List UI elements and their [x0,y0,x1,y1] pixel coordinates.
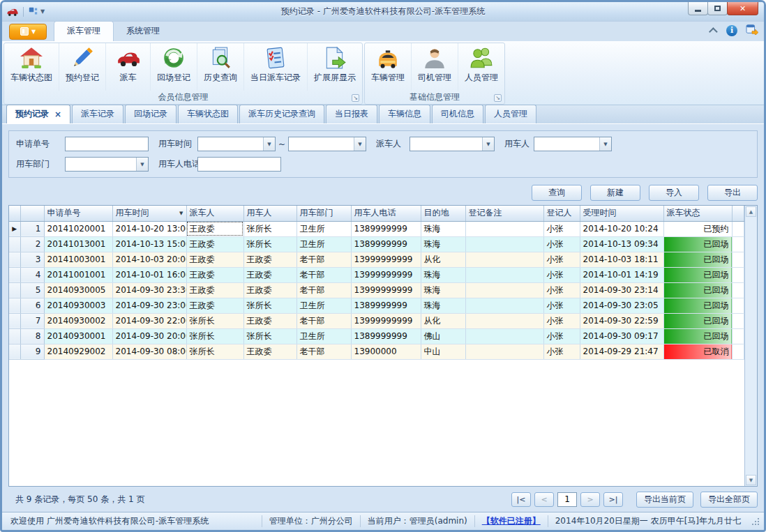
cell-dept[interactable]: 卫生所 [296,298,351,313]
cell-dest[interactable]: 中山 [421,344,465,359]
return-register-button[interactable]: 回场登记 [151,43,197,91]
column-header[interactable]: 派车人 [186,206,243,221]
cell-remark[interactable] [465,298,543,313]
cell-use-time[interactable]: 2014-09-30 23:30 [112,282,186,298]
cell-phone[interactable]: 1389999999 [351,328,421,344]
cell-dest[interactable]: 从化 [421,252,465,267]
cell-dept[interactable]: 卫生所 [296,328,351,344]
cell-phone[interactable]: 13999999999 [351,267,421,282]
cell-status[interactable]: 已回场 [663,267,732,282]
cell-dispatcher[interactable]: 王政委 [186,282,243,298]
cell-remark[interactable] [465,252,543,267]
cell-user[interactable]: 王政委 [243,282,296,298]
license-registered-link[interactable]: 【软件已注册】 [474,515,548,527]
cell-status[interactable]: 已回场 [663,328,732,344]
cell-user[interactable]: 张所长 [243,236,296,252]
table-row[interactable]: 5201409300052014-09-30 23:30王政委王政委老干部139… [9,282,744,298]
help-window-icon[interactable] [746,24,758,37]
maximize-button[interactable] [707,2,728,15]
cell-user[interactable]: 王政委 [243,267,296,282]
cell-registrar[interactable]: 小张 [543,328,580,344]
cell-use-time[interactable]: 2014-10-01 16:00 [112,267,186,282]
column-header[interactable]: 登记人 [543,206,580,221]
cell-registrar[interactable]: 小张 [543,344,580,359]
cell-registrar[interactable]: 小张 [543,221,580,236]
cell-dept[interactable]: 老干部 [296,313,351,328]
cell-user[interactable]: 王政委 [243,313,296,328]
cell-use-time[interactable]: 2014-09-30 20:00 [112,328,186,344]
window-layout-icon[interactable] [29,7,38,16]
vehicle-manage-button[interactable]: 车辆管理 [365,43,412,91]
cell-dept[interactable]: 卫生所 [296,221,351,236]
cell-accept-time[interactable]: 2014-09-30 22:59 [580,313,663,328]
column-header[interactable]: 目的地 [421,206,465,221]
import-button[interactable]: 导入 [649,185,699,201]
cell-user[interactable]: 张所长 [243,298,296,313]
cell-registrar[interactable]: 小张 [543,267,580,282]
cell-dispatcher[interactable]: 张所长 [186,313,243,328]
cell-registrar[interactable]: 小张 [543,298,580,313]
cell-dispatcher[interactable]: 王政委 [186,221,243,236]
cell-dept[interactable]: 老干部 [296,344,351,359]
scroll-down-icon[interactable]: ▼ [746,475,756,485]
tab-dispatch-records[interactable]: 派车记录 [72,105,123,123]
dispatcher-combo[interactable]: ▼ [410,137,495,151]
cell-accept-time[interactable]: 2014-09-30 23:14 [580,282,663,298]
cell-remark[interactable] [465,221,543,236]
cell-status[interactable]: 已回场 [663,236,732,252]
cell-accept-time[interactable]: 2014-10-20 10:24 [580,221,663,236]
today-dispatch-records-button[interactable]: 当日派车记录 [244,43,308,91]
table-row[interactable]: 2201410130012014-10-13 15:00王政委张所长卫生所138… [9,236,744,252]
cell-status[interactable]: 已回场 [663,313,732,328]
reservation-register-button[interactable]: 预约登记 [59,43,106,91]
cell-dispatcher[interactable]: 王政委 [186,267,243,282]
cell-phone[interactable]: 1389999999 [351,298,421,313]
application-menu-button[interactable]: ▼ [9,24,47,40]
cell-accept-time[interactable]: 2014-09-30 09:17 [580,328,663,344]
query-button[interactable]: 查询 [532,185,582,201]
qat-dropdown-caret[interactable]: ▼ [40,8,45,15]
cell-dest[interactable]: 珠海 [421,282,465,298]
dialog-launcher-icon[interactable]: ↘ [352,94,359,102]
tab-driver-info[interactable]: 司机信息 [432,105,483,123]
cell-dept[interactable]: 老干部 [296,252,351,267]
cell-dest[interactable]: 珠海 [421,221,465,236]
cell-dest[interactable]: 珠海 [421,236,465,252]
cell-registrar[interactable]: 小张 [543,282,580,298]
cell-status[interactable]: 已回场 [663,282,732,298]
chevron-down-icon[interactable]: ▼ [599,137,611,151]
column-header[interactable]: 用车时间▼ [112,206,186,221]
column-header[interactable]: 用车人 [243,206,296,221]
cell-status[interactable]: 已取消 [663,344,732,359]
extended-screen-button[interactable]: 扩展屏显示 [308,43,362,91]
cell-accept-time[interactable]: 2014-10-01 14:19 [580,267,663,282]
cell-phone[interactable]: 13999999999 [351,313,421,328]
last-page-button[interactable]: >| [603,492,623,507]
cell-order-no[interactable]: 20140929002 [44,344,112,359]
cell-accept-time[interactable]: 2014-10-13 09:34 [580,236,663,252]
page-number-input[interactable] [557,492,577,507]
chevron-down-icon[interactable]: ▼ [263,137,275,151]
order-no-input[interactable] [65,137,149,151]
table-row[interactable]: 8201409300012014-09-30 20:00张所长张所长卫生所138… [9,328,744,344]
cell-registrar[interactable]: 小张 [543,313,580,328]
ribbon-tab-dispatch-manage[interactable]: 派车管理 [54,21,114,41]
close-tab-icon[interactable]: × [54,109,61,119]
cell-user[interactable]: 王政委 [243,252,296,267]
dept-combo[interactable]: ▼ [65,157,149,172]
cell-order-no[interactable]: 20140930005 [44,282,112,298]
cell-user[interactable]: 张所长 [243,221,296,236]
cell-order-no[interactable]: 20141020001 [44,221,112,236]
tab-vehicle-status-map[interactable]: 车辆状态图 [178,105,238,123]
export-current-page-button[interactable]: 导出当前页 [636,492,693,508]
cell-registrar[interactable]: 小张 [543,236,580,252]
cell-use-time[interactable]: 2014-09-30 23:00 [112,298,186,313]
cell-accept-time[interactable]: 2014-09-29 21:47 [580,344,663,359]
cell-dispatcher[interactable]: 张所长 [186,344,243,359]
use-time-from-combo[interactable]: ▼ [197,137,276,151]
cell-registrar[interactable]: 小张 [543,252,580,267]
chevron-down-icon[interactable]: ▼ [482,137,494,151]
user-phone-input[interactable] [197,157,281,172]
user-combo[interactable]: ▼ [534,137,612,151]
cell-status[interactable]: 已回场 [663,252,732,267]
